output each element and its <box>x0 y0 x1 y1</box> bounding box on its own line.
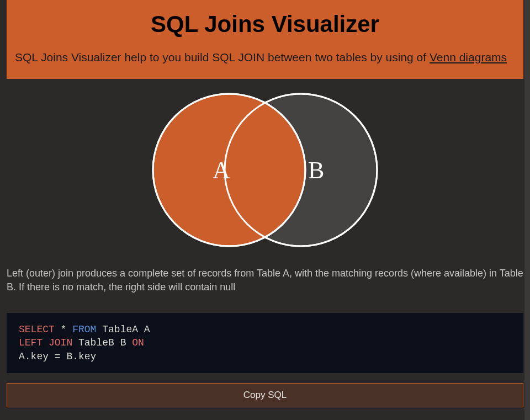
page-title: SQL Joins Visualizer <box>15 11 515 38</box>
header-panel: SQL Joins Visualizer SQL Joins Visualize… <box>7 0 523 79</box>
sql-token: TableA A <box>96 324 150 335</box>
sql-pre: SELECT * FROM TableA A LEFT JOIN TableB … <box>19 323 511 363</box>
venn-label-a: A <box>213 157 230 184</box>
venn-diagram-container: A B <box>7 79 523 267</box>
sql-token: SELECT <box>19 324 55 335</box>
sql-token: * <box>55 324 72 335</box>
sql-token: A.key = B.key <box>19 351 96 362</box>
venn-label-b: B <box>308 157 324 184</box>
page-subtitle: SQL Joins Visualizer help to you build S… <box>15 50 515 65</box>
join-description: Left (outer) join produces a complete se… <box>7 267 523 294</box>
sql-token: TableB B <box>72 337 132 348</box>
venn-diagrams-link[interactable]: Venn diagrams <box>430 51 507 63</box>
sql-code-block: SELECT * FROM TableA A LEFT JOIN TableB … <box>7 313 523 373</box>
venn-diagram[interactable]: A B <box>132 90 398 250</box>
subtitle-text: SQL Joins Visualizer help to you build S… <box>15 51 430 63</box>
scrollbar-track[interactable] <box>524 0 530 420</box>
sql-token: FROM <box>72 324 96 335</box>
sql-token: LEFT JOIN <box>19 337 72 348</box>
copy-sql-button[interactable]: Copy SQL <box>7 383 523 407</box>
sql-token: ON <box>132 337 144 348</box>
